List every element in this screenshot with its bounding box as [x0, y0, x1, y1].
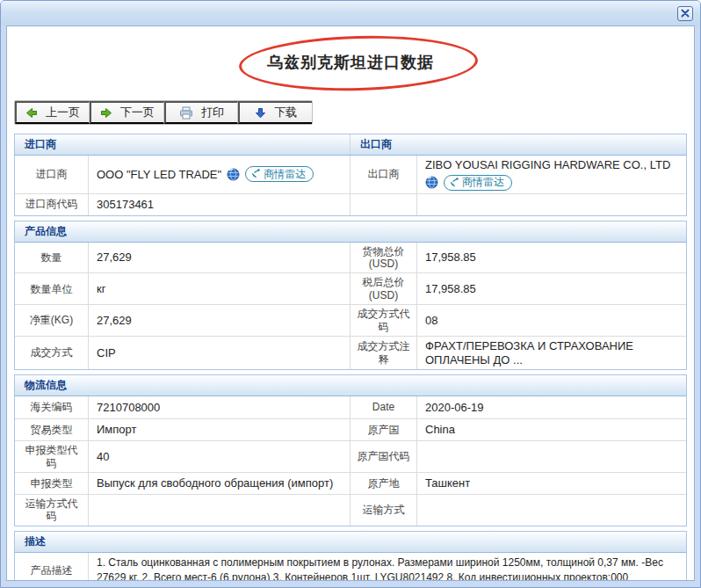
business-radar-label: 商情雷达	[462, 176, 504, 188]
printer-icon	[179, 106, 193, 120]
table-row: 进口商 OOO "FLY LED TRADE" 商情雷达 出口商 ZIBO YO…	[15, 156, 686, 193]
business-radar-button[interactable]: 商情雷达	[245, 166, 314, 182]
field-label: 运输方式	[350, 494, 417, 526]
table-row: 数量 27,629 货物总价(USD) 17,958.85	[15, 243, 686, 273]
field-label: 税后总价(USD)	[350, 272, 417, 304]
field-value: 17,958.85	[417, 272, 686, 304]
field-label: 数量	[15, 243, 89, 273]
field-label: 原产地	[350, 472, 417, 494]
exporter-label: 出口商	[350, 156, 417, 193]
print-label: 打印	[201, 105, 224, 120]
field-label: 成交方式注释	[350, 336, 417, 369]
field-label: 净重(KG)	[15, 304, 89, 336]
field-label: 申报类型	[15, 472, 89, 494]
field-value: 2020-06-19	[417, 396, 686, 418]
exporter-value: ZIBO YOUSAI RIGGING HARDWARE CO., LTD 商情…	[417, 156, 686, 193]
arrow-right-icon	[100, 107, 112, 119]
download-button[interactable]: 下载	[238, 101, 312, 124]
empty-label	[350, 193, 417, 215]
download-label: 下载	[274, 105, 297, 120]
next-page-label: 下一页	[120, 105, 155, 120]
page-title: 乌兹别克斯坦进口数据	[267, 52, 434, 73]
empty-value	[417, 193, 686, 215]
close-button[interactable]	[677, 6, 693, 21]
arrow-left-icon	[25, 107, 38, 119]
importer-code-label: 进口商代码	[15, 193, 89, 215]
product-description-label: 产品描述	[15, 553, 89, 581]
field-value	[89, 494, 350, 526]
field-value: ФРАХТ/ПЕРЕВОЗКА И СТРАХОВАНИЕ ОПЛАЧЕНЫ Д…	[417, 336, 686, 369]
field-label: 货物总价(USD)	[350, 243, 417, 273]
business-radar-label: 商情雷达	[264, 168, 306, 180]
table-row: 申报类型代码 40 原产国代码	[15, 440, 686, 472]
field-label: 数量单位	[15, 272, 89, 304]
table-row: 净重(KG) 27,629 成交方式代码 08	[15, 304, 686, 336]
close-icon	[681, 9, 690, 18]
table-row: 海关编码 7210708000 Date 2020-06-19	[15, 396, 686, 418]
radar-dish-icon	[449, 178, 459, 188]
field-value: China	[417, 418, 686, 440]
prev-page-button[interactable]: 上一页	[15, 101, 90, 124]
table-row: 申报类型 Выпуск для свободного обращения (им…	[15, 472, 686, 494]
importer-value: OOO "FLY LED TRADE" 商情雷达	[89, 156, 350, 193]
toolbar: 上一页 下一页 打印 下载	[14, 100, 313, 125]
description-section-header: 描述	[15, 532, 686, 552]
business-radar-button[interactable]: 商情雷达	[444, 175, 512, 191]
field-label: 成交方式	[15, 336, 89, 369]
field-label: 海关编码	[15, 396, 89, 418]
field-value: Ташкент	[417, 472, 686, 494]
field-value: кг	[89, 272, 350, 304]
table-row: 进口商代码 305173461	[15, 193, 686, 215]
field-value: 08	[417, 304, 686, 336]
importer-label: 进口商	[15, 156, 89, 193]
print-button[interactable]: 打印	[164, 101, 239, 124]
parties-headers: 进口商 出口商	[15, 134, 686, 156]
table-row: 运输方式代码 运输方式	[15, 494, 686, 526]
logistics-section-header: 物流信息	[15, 375, 686, 396]
product-description-value: 1. Сталь оцинкованная с полимерным покры…	[89, 553, 686, 581]
field-label: 运输方式代码	[15, 494, 89, 526]
table-row: 数量单位 кг 税后总价(USD) 17,958.85	[15, 272, 686, 304]
field-value: 7210708000	[89, 396, 350, 418]
importer-code-value: 305173461	[89, 193, 350, 215]
field-value: 27,629	[89, 243, 350, 273]
field-value: Выпуск для свободного обращения (импорт)	[89, 472, 350, 494]
table-row: 产品描述 1. Сталь оцинкованная с полимерным …	[15, 553, 686, 581]
importer-name: OOO "FLY LED TRADE"	[97, 168, 221, 182]
table-row: 贸易类型 Импорт 原产国 China	[15, 418, 686, 440]
importer-section-header: 进口商	[15, 134, 350, 155]
field-value: Импорт	[89, 418, 350, 440]
product-section-header: 产品信息	[15, 221, 686, 242]
globe-icon[interactable]	[425, 176, 438, 189]
field-value: 40	[89, 440, 350, 472]
field-value	[417, 440, 686, 472]
prev-page-label: 上一页	[46, 105, 80, 120]
download-arrow-icon	[255, 107, 266, 119]
field-label: 申报类型代码	[15, 440, 89, 472]
title-area: 乌兹别克斯坦进口数据	[7, 26, 694, 98]
field-value	[417, 494, 686, 526]
dialog-window: 乌兹别克斯坦进口数据 上一页 下一页 打印	[0, 0, 701, 588]
exporter-name: ZIBO YOUSAI RIGGING HARDWARE CO., LTD	[425, 158, 670, 172]
logistics-info-table: 物流信息 海关编码 7210708000 Date 2020-06-19 贸易类…	[14, 374, 687, 526]
next-page-button[interactable]: 下一页	[90, 101, 164, 124]
field-label: Date	[350, 396, 417, 418]
radar-dish-icon	[250, 169, 261, 179]
field-label: 贸易类型	[15, 418, 89, 440]
dialog-content: 乌兹别克斯坦进口数据 上一页 下一页 打印	[6, 25, 695, 581]
dialog-titlebar	[1, 1, 700, 25]
exporter-section-header: 出口商	[350, 134, 686, 155]
product-info-table: 产品信息 数量 27,629 货物总价(USD) 17,958.85 数量单位 …	[14, 221, 687, 371]
field-label: 原产国	[350, 418, 417, 440]
field-label: 成交方式代码	[350, 304, 417, 336]
table-row: 成交方式 CIP 成交方式注释 ФРАХТ/ПЕРЕВОЗКА И СТРАХО…	[15, 336, 686, 369]
globe-icon[interactable]	[227, 168, 240, 181]
field-value: CIP	[89, 336, 350, 369]
parties-table: 进口商 出口商 进口商 OOO "FLY LED TRADE" 商情雷达 出口商…	[14, 134, 687, 216]
field-label: 原产国代码	[350, 440, 417, 472]
field-value: 17,958.85	[417, 243, 686, 273]
description-table: 描述 产品描述 1. Сталь оцинкованная с полимерн…	[14, 531, 687, 581]
field-value: 27,629	[89, 304, 350, 336]
